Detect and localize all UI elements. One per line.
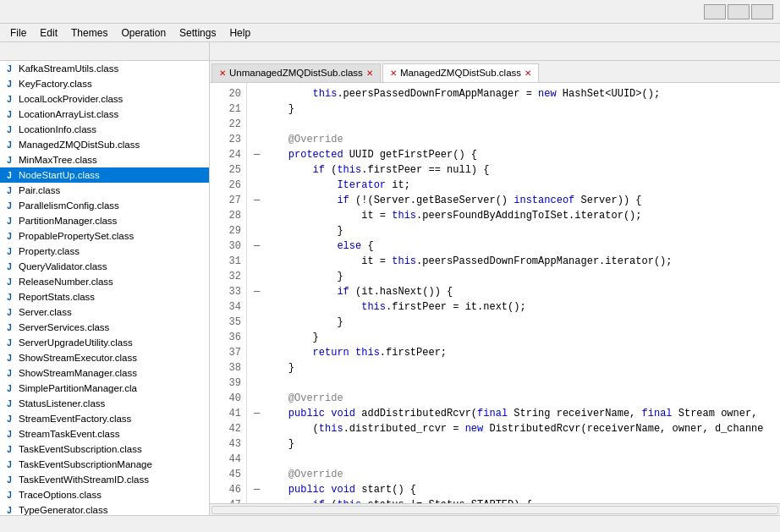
- line-number: 40: [215, 391, 241, 406]
- fold-marker: [254, 330, 264, 345]
- main-container: JKafkaStreamUtils.classJKeyFactory.class…: [0, 61, 780, 515]
- structure-list-item[interactable]: JServerServices.class: [0, 320, 209, 335]
- line-number: 43: [215, 436, 241, 452]
- fold-marker[interactable]: ─: [254, 147, 264, 162]
- structure-header: [0, 42, 210, 61]
- file-icon: J: [3, 306, 15, 318]
- line-number: 32: [215, 269, 241, 284]
- structure-list-item[interactable]: JStreamEventFactory.class: [0, 411, 209, 426]
- structure-list-item[interactable]: JKeyFactory.class: [0, 76, 209, 91]
- line-number: 26: [215, 178, 241, 193]
- structure-list-item[interactable]: JReleaseNumber.class: [0, 274, 209, 289]
- code-line: it = this.peersFoundByAddingToISet.itera…: [254, 208, 773, 223]
- line-number: 27: [215, 193, 241, 208]
- code-line: ─ protected UUID getFirstPeer() {: [254, 147, 773, 162]
- structure-list-item[interactable]: JPropablePropertySet.class: [0, 228, 209, 244]
- file-icon: J: [3, 291, 15, 303]
- code-content[interactable]: this.peersPassedDownFromAppManager = new…: [247, 83, 780, 503]
- file-icon: J: [3, 108, 15, 120]
- structure-list-item[interactable]: JMinMaxTree.class: [0, 152, 209, 167]
- fold-marker: [254, 360, 264, 376]
- structure-list-item[interactable]: JPartitionManager.class: [0, 213, 209, 228]
- close-button[interactable]: [751, 4, 773, 19]
- structure-list-item[interactable]: JServer.class: [0, 304, 209, 320]
- structure-list-item[interactable]: JLocationArrayList.class: [0, 107, 209, 122]
- code-line: }: [254, 360, 773, 376]
- file-icon: J: [3, 428, 15, 440]
- file-icon: J: [3, 93, 15, 105]
- line-number: 46: [215, 482, 241, 497]
- menu-item-help[interactable]: Help: [222, 25, 257, 41]
- file-icon: J: [3, 184, 15, 196]
- line-number: 45: [215, 467, 241, 482]
- structure-list-item[interactable]: JTraceOptions.class: [0, 487, 209, 502]
- code-line: }: [254, 315, 773, 330]
- structure-list-item[interactable]: JTaskEventWithStreamID.class: [0, 472, 209, 487]
- code-line: }: [254, 269, 773, 284]
- structure-list-item[interactable]: JKafkaStreamUtils.class: [0, 61, 209, 76]
- menu-item-file[interactable]: File: [3, 25, 33, 41]
- structure-list-item[interactable]: JManagedZMQDistSub.class: [0, 137, 209, 152]
- structure-list-item[interactable]: JShowStreamManager.class: [0, 365, 209, 381]
- tab-1[interactable]: ✕ManagedZMQDistSub.class✕: [382, 63, 539, 82]
- structure-list-item[interactable]: JPair.class: [0, 183, 209, 198]
- structure-list-item[interactable]: JShowStreamExecutor.class: [0, 350, 209, 365]
- code-line: Iterator it;: [254, 178, 773, 193]
- fold-marker: [254, 345, 264, 360]
- fold-marker[interactable]: ─: [254, 406, 264, 421]
- minimize-button[interactable]: [704, 4, 726, 19]
- structure-list-item[interactable]: JLocalLockProvider.class: [0, 91, 209, 107]
- fold-marker[interactable]: ─: [254, 239, 264, 254]
- code-header: [210, 42, 780, 61]
- code-line: ─ public void addDistributedRcvr(final S…: [254, 406, 773, 421]
- file-icon: J: [3, 443, 15, 455]
- structure-list-item[interactable]: JServerUpgradeUtility.class: [0, 335, 209, 350]
- line-number: 33: [215, 284, 241, 299]
- structure-list-item[interactable]: JReportStats.class: [0, 289, 209, 304]
- menu-item-operation[interactable]: Operation: [114, 25, 173, 41]
- code-line: @Override: [254, 391, 773, 406]
- fold-marker[interactable]: ─: [254, 497, 264, 503]
- structure-list-item[interactable]: JParallelismConfig.class: [0, 198, 209, 213]
- structure-list-item[interactable]: JSimplePartitionManager.cla: [0, 381, 209, 396]
- structure-list-item[interactable]: JTypeGenerator.class: [0, 502, 209, 515]
- fold-marker[interactable]: ─: [254, 193, 264, 208]
- menu-item-edit[interactable]: Edit: [33, 25, 64, 41]
- structure-list-item[interactable]: JTaskEventSubscriptionManage: [0, 457, 209, 472]
- fold-marker: [254, 254, 264, 269]
- line-number: 41: [215, 406, 241, 421]
- code-line: ─ if (!(Server.getBaseServer() instanceo…: [254, 193, 773, 208]
- menu-item-themes[interactable]: Themes: [64, 25, 114, 41]
- fold-marker: [254, 223, 264, 239]
- line-number: 21: [215, 101, 241, 117]
- file-icon: J: [3, 139, 15, 151]
- tab-close-button[interactable]: ✕: [366, 69, 373, 78]
- line-number: 30: [215, 239, 241, 254]
- h-scroll-area: [210, 503, 780, 515]
- tab-close-button[interactable]: ✕: [525, 69, 531, 78]
- structure-list-item[interactable]: JNodeStartUp.class: [0, 167, 209, 183]
- fold-marker[interactable]: ─: [254, 482, 264, 497]
- h-scrollbar[interactable]: [211, 506, 778, 514]
- maximize-button[interactable]: [728, 4, 750, 19]
- file-icon: J: [3, 63, 15, 74]
- structure-list-item[interactable]: JTaskEventSubscription.class: [0, 442, 209, 457]
- code-line: return this.firstPeer;: [254, 345, 773, 360]
- structure-list-item[interactable]: JStreamTaskEvent.class: [0, 426, 209, 442]
- tab-0[interactable]: ✕UnmanagedZMQDistSub.class✕: [211, 63, 381, 82]
- line-number: 38: [215, 360, 241, 376]
- file-icon: J: [3, 382, 15, 394]
- line-number: 44: [215, 452, 241, 467]
- fold-marker[interactable]: ─: [254, 284, 264, 299]
- title-controls: [704, 4, 773, 19]
- structure-list-item[interactable]: JProperty.class: [0, 244, 209, 259]
- file-icon: J: [3, 245, 15, 257]
- structure-list-item[interactable]: JQueryValidator.class: [0, 259, 209, 274]
- code-line: ─ else {: [254, 239, 773, 254]
- menu-item-settings[interactable]: Settings: [173, 25, 222, 41]
- file-icon: J: [3, 261, 15, 272]
- structure-list-item[interactable]: JLocationInfo.class: [0, 122, 209, 137]
- structure-list[interactable]: JKafkaStreamUtils.classJKeyFactory.class…: [0, 61, 209, 515]
- line-number: 24: [215, 147, 241, 162]
- structure-list-item[interactable]: JStatusListener.class: [0, 396, 209, 411]
